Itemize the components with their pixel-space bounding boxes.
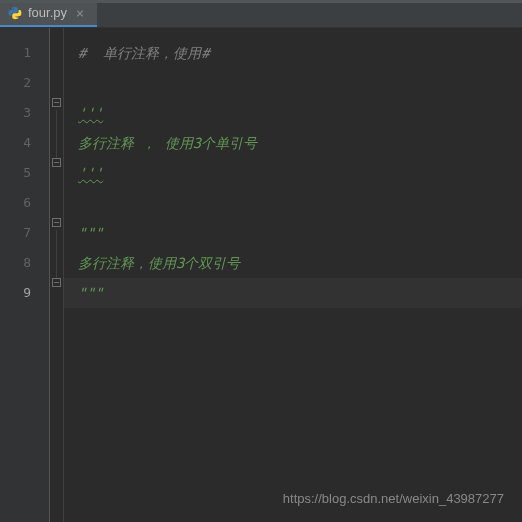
window-top-border bbox=[0, 0, 522, 3]
fold-line bbox=[56, 110, 57, 158]
fold-column bbox=[50, 28, 64, 522]
fold-line bbox=[56, 230, 57, 278]
code-line[interactable]: 多行注释，使用3个双引号 bbox=[78, 248, 522, 278]
line-number[interactable]: 5 bbox=[0, 158, 49, 188]
code-line[interactable]: """ bbox=[78, 278, 522, 308]
code-area[interactable]: # 单行注释，使用# ''' 多行注释 ， 使用3个单引号 ''' """ 多行… bbox=[64, 28, 522, 522]
docstring-text: """ bbox=[78, 285, 103, 301]
watermark-text: https://blog.csdn.net/weixin_43987277 bbox=[283, 491, 504, 506]
code-line[interactable]: 多行注释 ， 使用3个单引号 bbox=[78, 128, 522, 158]
line-number[interactable]: 3 bbox=[0, 98, 49, 128]
fold-marker-icon[interactable] bbox=[52, 278, 61, 287]
fold-marker-icon[interactable] bbox=[52, 98, 61, 107]
line-number-gutter: 1 2 3 4 5 6 7 8 9 bbox=[0, 28, 50, 522]
line-number[interactable]: 9 bbox=[0, 278, 49, 308]
docstring-text: """ bbox=[78, 225, 103, 241]
code-line[interactable]: ''' bbox=[78, 158, 522, 188]
line-number[interactable]: 8 bbox=[0, 248, 49, 278]
line-number[interactable]: 2 bbox=[0, 68, 49, 98]
line-number[interactable]: 6 bbox=[0, 188, 49, 218]
tab-bar: four.py × bbox=[0, 0, 522, 28]
close-icon[interactable]: × bbox=[73, 6, 87, 20]
code-line[interactable]: """ bbox=[78, 218, 522, 248]
line-number[interactable]: 4 bbox=[0, 128, 49, 158]
line-number[interactable]: 7 bbox=[0, 218, 49, 248]
comment-text: # 单行注释，使用# bbox=[78, 45, 210, 61]
file-tab[interactable]: four.py × bbox=[0, 0, 97, 27]
python-icon bbox=[8, 6, 22, 20]
tab-filename: four.py bbox=[28, 5, 67, 20]
fold-marker-icon[interactable] bbox=[52, 218, 61, 227]
code-line[interactable]: ''' bbox=[78, 98, 522, 128]
fold-marker-icon[interactable] bbox=[52, 158, 61, 167]
code-line[interactable] bbox=[78, 68, 522, 98]
docstring-text: 多行注释，使用3个双引号 bbox=[78, 255, 240, 271]
code-line[interactable] bbox=[78, 188, 522, 218]
code-line[interactable]: # 单行注释，使用# bbox=[78, 38, 522, 68]
docstring-text: ''' bbox=[78, 105, 103, 121]
line-number[interactable]: 1 bbox=[0, 38, 49, 68]
editor: 1 2 3 4 5 6 7 8 9 # 单行注释，使用# ''' 多行注释 ， … bbox=[0, 28, 522, 522]
docstring-text: 多行注释 ， 使用3个单引号 bbox=[78, 135, 257, 151]
docstring-text: ''' bbox=[78, 165, 103, 181]
